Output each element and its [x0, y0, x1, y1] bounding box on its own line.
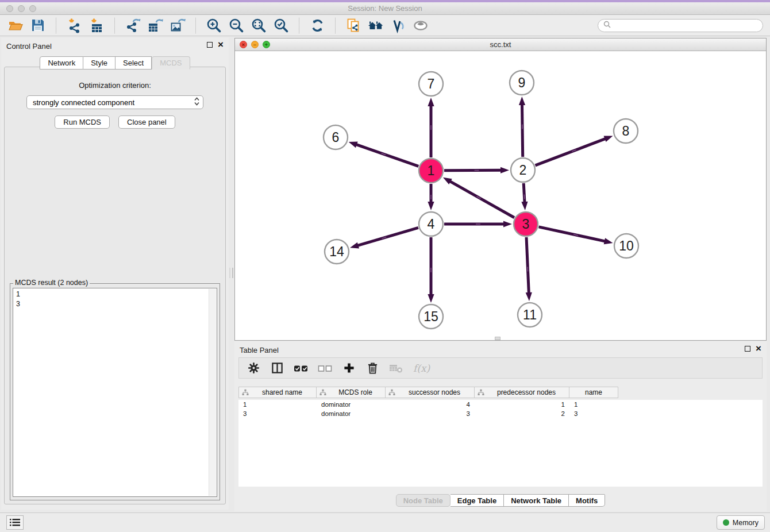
table-cell[interactable]: 3: [238, 410, 317, 417]
float-table-panel-icon[interactable]: [745, 346, 750, 352]
node-label-15: 15: [424, 309, 438, 324]
select-all-columns-button[interactable]: [294, 361, 308, 375]
graph-edge-1-2[interactable]: [444, 170, 502, 171]
toolbar-separator: [335, 18, 336, 33]
tab-motifs[interactable]: Motifs: [569, 494, 605, 507]
node-label-6: 6: [332, 130, 340, 145]
status-bar: Memory: [0, 512, 770, 532]
export-image-button[interactable]: [169, 17, 186, 34]
edge-arrowhead: [500, 167, 509, 174]
splitter-handle[interactable]: [229, 268, 233, 278]
zoom-out-icon: [229, 18, 244, 33]
optimization-criterion-label: Optimization criterion:: [5, 81, 225, 90]
tab-style[interactable]: Style: [83, 56, 116, 70]
hide-graphics-details-button[interactable]: [390, 17, 407, 34]
table-cell[interactable]: 1: [475, 401, 569, 408]
node-label-1: 1: [428, 163, 435, 178]
import-table-button[interactable]: [88, 17, 105, 34]
network-window-titlebar: × − + scc.txt: [235, 38, 766, 51]
table-row[interactable]: 1dominator411: [238, 400, 763, 409]
column-header-successor-nodes[interactable]: successor nodes: [386, 387, 475, 398]
table-cell[interactable]: 2: [475, 410, 569, 417]
zoom-fit-button[interactable]: [250, 17, 267, 34]
first-neighbors-button[interactable]: [367, 17, 384, 34]
column-header-shared-name[interactable]: shared name: [238, 387, 317, 398]
zoom-selected-button[interactable]: [272, 17, 290, 34]
network-canvas[interactable]: 7968124314101511: [235, 51, 766, 340]
table-cell[interactable]: 3: [569, 410, 618, 417]
tab-network[interactable]: Network: [40, 56, 83, 70]
float-panel-icon[interactable]: [207, 42, 213, 48]
import-network-button[interactable]: [66, 17, 83, 34]
graph-edge-3-1[interactable]: [449, 181, 514, 218]
graph-edge-2-8[interactable]: [536, 138, 606, 165]
graph-edge-1-6[interactable]: [356, 144, 418, 166]
column-header-name[interactable]: name: [569, 387, 618, 398]
search-input[interactable]: [614, 21, 757, 29]
tab-mcds[interactable]: MCDS: [152, 56, 190, 70]
table-cell[interactable]: 3: [386, 410, 475, 417]
graph-edge-3-10[interactable]: [538, 227, 605, 241]
tab-select[interactable]: Select: [116, 56, 152, 70]
network-resize-handle[interactable]: [495, 337, 500, 340]
close-panel-button[interactable]: Close panel: [118, 115, 175, 129]
show-graphics-details-button[interactable]: [412, 17, 429, 34]
close-panel-icon[interactable]: ×: [218, 41, 224, 48]
graph-edge-3-11[interactable]: [526, 237, 529, 294]
mcds-result-title: MCDS result (2 nodes): [13, 279, 90, 287]
graph-edge-2-3[interactable]: [523, 183, 525, 203]
import-table-icon: [89, 18, 105, 33]
search-box[interactable]: [598, 19, 763, 32]
table-cell[interactable]: 1: [569, 401, 618, 408]
unselect-all-columns-button[interactable]: [318, 361, 332, 375]
new-network-from-selection-button[interactable]: [345, 17, 362, 34]
save-session-button[interactable]: [29, 17, 47, 34]
edge-arrowhead: [350, 242, 359, 249]
delete-table-button: [389, 361, 403, 375]
tab-network-table[interactable]: Network Table: [504, 494, 569, 507]
settings-button[interactable]: [247, 361, 260, 375]
network-maximize-button[interactable]: +: [263, 41, 270, 48]
close-table-panel-icon[interactable]: ×: [756, 345, 761, 352]
table-cell[interactable]: dominator: [317, 410, 386, 417]
graph-edge-2-9[interactable]: [522, 104, 522, 157]
table-body: 1dominator4113dominator323: [238, 400, 763, 487]
tab-node-table[interactable]: Node Table: [396, 494, 451, 507]
control-panel-tabs: NetworkStyleSelectMCDS: [1, 56, 229, 70]
edge-arrowhead: [428, 202, 434, 210]
table-cell[interactable]: 4: [386, 401, 475, 408]
zoom-in-button[interactable]: [205, 17, 222, 34]
result-scrollbar[interactable]: [209, 289, 216, 496]
refresh-button[interactable]: [309, 17, 326, 34]
task-history-button[interactable]: [6, 515, 24, 530]
zoom-out-button[interactable]: [228, 17, 245, 34]
export-network-button[interactable]: [124, 17, 141, 34]
table-panel: Table Panel × f(x) shared nameMCDS roles…: [234, 342, 767, 511]
list-icon: [10, 518, 20, 527]
table-cell[interactable]: 1: [238, 401, 317, 408]
table-cell[interactable]: dominator: [317, 401, 386, 408]
column-header-MCDS-role[interactable]: MCDS role: [317, 387, 386, 398]
node-label-10: 10: [619, 238, 634, 253]
tab-edge-table[interactable]: Edge Table: [451, 494, 504, 507]
network-window-title: scc.txt: [235, 38, 766, 51]
show-columns-button[interactable]: [270, 361, 284, 375]
graph-edge-4-14[interactable]: [357, 228, 418, 245]
control-panel: Control Panel × NetworkStyleSelectMCDS O…: [1, 38, 229, 510]
memory-button[interactable]: Memory: [717, 515, 765, 530]
delete-columns-button[interactable]: [365, 361, 379, 375]
table-row[interactable]: 3dominator323: [238, 409, 763, 418]
window-titlebar: Session: New Session: [0, 0, 770, 15]
application-window: Session: New Session Control Panel × Net…: [0, 0, 770, 532]
open-session-button[interactable]: [7, 17, 24, 34]
network-close-button[interactable]: ×: [240, 41, 247, 48]
run-mcds-button[interactable]: Run MCDS: [55, 115, 110, 129]
column-header-predecessor-nodes[interactable]: predecessor nodes: [475, 387, 569, 398]
export-table-button[interactable]: [147, 17, 164, 34]
edge-arrowhead: [428, 294, 434, 303]
add-column-button[interactable]: [342, 361, 356, 375]
criterion-value: strongly connected component: [33, 98, 194, 107]
show-columns-icon: [271, 362, 283, 374]
network-minimize-button[interactable]: −: [251, 41, 259, 48]
criterion-dropdown[interactable]: strongly connected component: [26, 95, 203, 109]
